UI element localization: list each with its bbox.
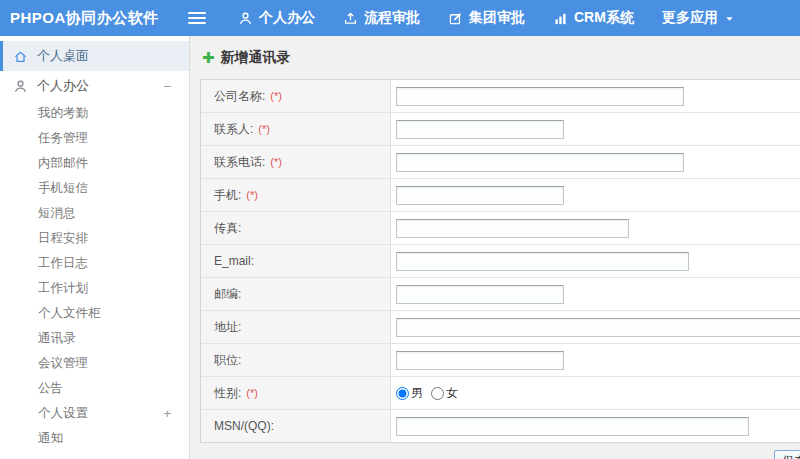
form-row: 联系电话:(*) [201, 146, 800, 179]
sidebar-item-label: 个人桌面 [37, 47, 89, 65]
top-menu-item-1[interactable]: 个人办公 [238, 9, 315, 27]
field-value-cell [391, 410, 800, 442]
sidebar-subitem-8[interactable]: 日程安排 [0, 226, 189, 251]
gender-option-label: 女 [446, 385, 458, 402]
form-row: 手机:(*) [201, 179, 800, 212]
contact-form-table: 公司名称:(*)联系人:(*)联系电话:(*)手机:(*)传真:E_mail:邮… [200, 79, 800, 443]
field-label: 联系人: [214, 121, 253, 138]
field-value-cell [391, 344, 800, 376]
top-menu-item-label: 更多应用 [662, 9, 718, 27]
field-label: 性别: [214, 385, 241, 402]
required-marker: (*) [246, 189, 258, 201]
field-value-cell [391, 212, 800, 244]
field-input-1[interactable] [396, 87, 684, 106]
top-menu-item-2[interactable]: 流程审批 [343, 9, 420, 27]
sidebar-item-2[interactable]: 个人办公− [0, 71, 189, 101]
field-value-cell [391, 113, 800, 145]
sidebar-subitem-16[interactable]: 通知 [0, 426, 189, 451]
field-value-cell [391, 311, 800, 343]
sidebar-item-label: 工作日志 [38, 255, 88, 272]
required-marker: (*) [258, 123, 270, 135]
sidebar-subitem-13[interactable]: 会议管理 [0, 351, 189, 376]
sidebar-subitem-9[interactable]: 工作日志 [0, 251, 189, 276]
top-menu-item-label: 集团审批 [469, 9, 525, 27]
page-title-text: 新增通讯录 [221, 49, 291, 67]
field-label-cell: MSN/(QQ): [201, 410, 391, 442]
sidebar-item-label: 日程安排 [38, 230, 88, 247]
gender-option-label: 男 [411, 385, 423, 402]
top-menu-item-label: CRM系统 [574, 9, 634, 27]
sidebar-item-label: 工作计划 [38, 280, 88, 297]
sidebar-item-label: 任务管理 [38, 130, 88, 147]
expander-toggle-icon[interactable]: − [163, 79, 171, 94]
main-content: ✚ 新增通讯录 公司名称:(*)联系人:(*)联系电话:(*)手机:(*)传真:… [190, 36, 800, 459]
field-value-cell: 男女 [391, 377, 800, 409]
field-label-cell: 手机:(*) [201, 179, 391, 211]
form-row: 公司名称:(*) [201, 80, 800, 113]
sidebar-subitem-4[interactable]: 任务管理 [0, 126, 189, 151]
top-menu-item-3[interactable]: 集团审批 [448, 9, 525, 27]
sidebar-subitem-6[interactable]: 手机短信 [0, 176, 189, 201]
form-row: 联系人:(*) [201, 113, 800, 146]
form-row: 传真: [201, 212, 800, 245]
sidebar-item-label: 我的考勤 [38, 105, 88, 122]
sidebar-item-label: 个人办公 [37, 77, 89, 95]
required-marker: (*) [246, 387, 258, 399]
save-button[interactable]: 保存 [774, 450, 800, 459]
hamburger-menu-icon[interactable] [188, 12, 206, 25]
sidebar-item-label: 短消息 [38, 205, 76, 222]
top-menu-item-label: 流程审批 [364, 9, 420, 27]
user-icon [238, 11, 253, 26]
sidebar-item-label: 手机短信 [38, 180, 88, 197]
field-input-5[interactable] [396, 219, 629, 238]
form-row: 邮编: [201, 278, 800, 311]
top-menu-item-4[interactable]: CRM系统 [553, 9, 634, 27]
field-input-11[interactable] [396, 417, 749, 436]
sidebar-item-1[interactable]: 个人桌面 [0, 41, 189, 71]
sidebar-subitem-3[interactable]: 我的考勤 [0, 101, 189, 126]
chart-icon [553, 11, 568, 26]
sidebar: 个人桌面个人办公−我的考勤任务管理内部邮件手机短信短消息日程安排工作日志工作计划… [0, 36, 190, 459]
top-menu: 个人办公流程审批集团审批CRM系统更多应用 [238, 9, 763, 27]
top-menu-item-label: 个人办公 [259, 9, 315, 27]
sidebar-subitem-5[interactable]: 内部邮件 [0, 151, 189, 176]
sidebar-subitem-15[interactable]: 个人设置+ [0, 401, 189, 426]
sidebar-item-label: 个人设置 [38, 405, 88, 422]
sidebar-item-label: 个人文件柜 [38, 305, 101, 322]
sidebar-subitem-12[interactable]: 通讯录 [0, 326, 189, 351]
field-value-cell [391, 245, 800, 277]
field-input-9[interactable] [396, 351, 564, 370]
form-row: 职位: [201, 344, 800, 377]
topbar: PHPOA协同办公软件 个人办公流程审批集团审批CRM系统更多应用 [0, 0, 800, 36]
field-label: 地址: [214, 319, 241, 336]
sidebar-subitem-11[interactable]: 个人文件柜 [0, 301, 189, 326]
field-input-6[interactable] [396, 252, 689, 271]
field-input-8[interactable] [396, 318, 800, 337]
field-value-cell [391, 80, 800, 112]
top-menu-item-5[interactable]: 更多应用 [662, 9, 735, 27]
sidebar-subitem-14[interactable]: 公告 [0, 376, 189, 401]
field-label-cell: 地址: [201, 311, 391, 343]
sidebar-subitem-7[interactable]: 短消息 [0, 201, 189, 226]
form-row: E_mail: [201, 245, 800, 278]
gender-radio-2[interactable] [431, 387, 444, 400]
required-marker: (*) [270, 156, 282, 168]
field-input-2[interactable] [396, 120, 564, 139]
field-label-cell: 邮编: [201, 278, 391, 310]
expander-toggle-icon[interactable]: + [163, 406, 171, 421]
app-logo: PHPOA协同办公软件 [0, 9, 178, 28]
field-input-3[interactable] [396, 153, 684, 172]
gender-option-2[interactable]: 女 [431, 385, 458, 402]
gender-radio-1[interactable] [396, 387, 409, 400]
add-plus-icon: ✚ [202, 50, 215, 65]
field-label-cell: 性别:(*) [201, 377, 391, 409]
gender-option-1[interactable]: 男 [396, 385, 423, 402]
field-input-4[interactable] [396, 186, 564, 205]
required-marker: (*) [270, 90, 282, 102]
caret-down-icon [724, 13, 735, 24]
field-input-7[interactable] [396, 285, 564, 304]
form-row: 地址: [201, 311, 800, 344]
sidebar-subitem-10[interactable]: 工作计划 [0, 276, 189, 301]
field-label-cell: 职位: [201, 344, 391, 376]
sidebar-item-label: 通讯录 [38, 330, 76, 347]
